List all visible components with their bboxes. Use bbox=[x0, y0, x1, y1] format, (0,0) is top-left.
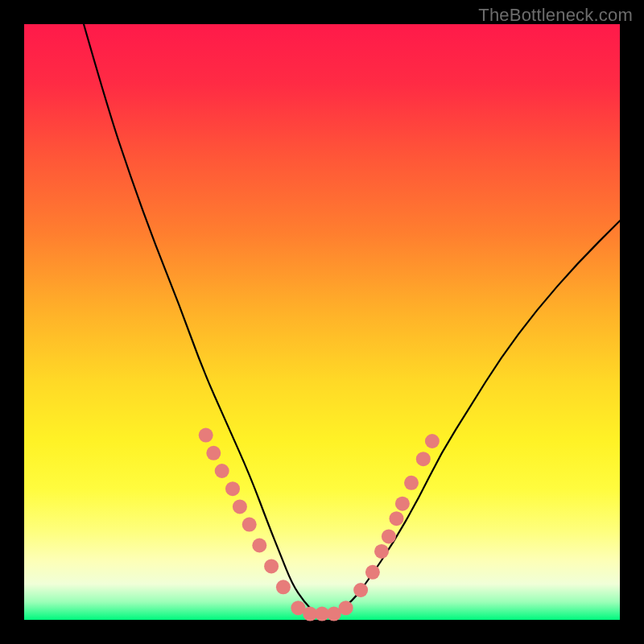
marker-dot bbox=[404, 476, 419, 490]
marker-dot bbox=[206, 446, 221, 460]
chart-frame: TheBottleneck.com bbox=[0, 0, 644, 644]
marker-dot bbox=[252, 539, 266, 553]
marker-dot bbox=[382, 529, 396, 543]
marker-dot bbox=[425, 434, 440, 448]
watermark-label: TheBottleneck.com bbox=[478, 5, 633, 26]
marker-dot bbox=[339, 601, 353, 615]
marker-dot bbox=[374, 544, 389, 559]
marker-dot bbox=[242, 518, 257, 532]
marker-dot bbox=[215, 464, 229, 478]
marker-dot bbox=[365, 565, 380, 580]
plot-area bbox=[24, 24, 620, 620]
marker-dot bbox=[416, 452, 431, 466]
marker-dot bbox=[225, 481, 240, 496]
marker-dot bbox=[395, 497, 410, 511]
chart-svg bbox=[24, 24, 620, 620]
marker-dot bbox=[199, 428, 213, 443]
marker-dot bbox=[353, 583, 368, 597]
marker-dot bbox=[233, 499, 247, 514]
bottleneck-curve bbox=[84, 24, 620, 614]
marker-dot bbox=[276, 580, 291, 594]
marker-dot bbox=[390, 511, 404, 526]
marker-dot bbox=[264, 559, 279, 573]
